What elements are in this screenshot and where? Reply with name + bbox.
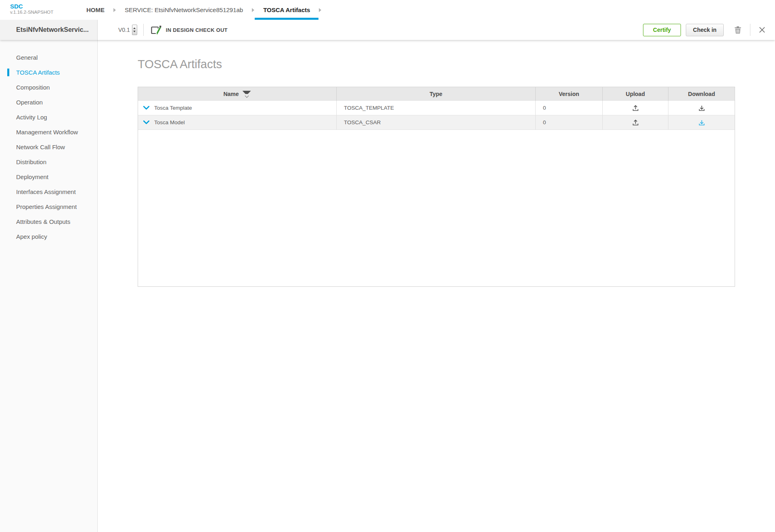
sidebar-header: EtsiNfvNetworkServic...: [0, 20, 98, 40]
column-header-name-label: Name: [223, 91, 239, 97]
column-header-type[interactable]: Type: [337, 87, 536, 101]
sidebar: General TOSCA Artifacts Composition Oper…: [0, 40, 98, 532]
sidebar-item-apex-policy[interactable]: Apex policy: [0, 229, 97, 244]
sidebar-item-tosca-artifacts[interactable]: TOSCA Artifacts: [0, 65, 97, 80]
breadcrumb-arrow-icon: [113, 8, 116, 12]
toolbar: V0.1 IN DESIGN CHECK OUT Certify Check i…: [98, 20, 775, 40]
column-header-name[interactable]: Name: [138, 87, 337, 101]
trash-icon: [734, 26, 741, 34]
artifact-name-label: Tosca Template: [154, 105, 192, 111]
check-in-button[interactable]: Check in: [686, 24, 724, 36]
artifact-name-cell: Tosca Template: [138, 101, 337, 115]
table-row: Tosca Template TOSCA_TEMPLATE 0: [138, 101, 735, 115]
breadcrumb-arrow-icon: [252, 8, 254, 12]
toolbar-divider: [143, 24, 144, 36]
tab-service[interactable]: SERVICE: EtsiNfvNetworkService851291ab: [116, 0, 251, 20]
column-header-download[interactable]: Download: [668, 87, 735, 101]
sidebar-item-distribution[interactable]: Distribution: [0, 154, 97, 169]
upload-icon[interactable]: [632, 119, 639, 126]
table-header-row: Name Type Version Upload Download: [138, 87, 735, 101]
sidebar-item-general[interactable]: General: [0, 50, 97, 65]
download-cell: [668, 101, 735, 115]
top-navigation-bar: SDC v.1.16.2-SNAPSHOT HOME SERVICE: Etsi…: [0, 0, 775, 20]
breadcrumb: HOME SERVICE: EtsiNfvNetworkService85129…: [78, 0, 322, 20]
tab-tosca-artifacts[interactable]: TOSCA Artifacts: [255, 0, 318, 20]
artifact-version-cell: 0: [536, 101, 603, 115]
lifecycle-status-label: IN DESIGN CHECK OUT: [166, 27, 228, 33]
sdc-version-text: v.1.16.2-SNAPSHOT: [10, 10, 53, 15]
version-label: V0.1: [118, 27, 130, 33]
sidebar-item-activity-log[interactable]: Activity Log: [0, 110, 97, 125]
expand-chevron-icon[interactable]: [143, 106, 150, 110]
expand-chevron-icon[interactable]: [143, 120, 150, 125]
download-icon[interactable]: [698, 104, 706, 112]
upload-icon[interactable]: [632, 104, 639, 112]
sort-icon[interactable]: [243, 91, 251, 97]
artifact-name-label: Tosca Model: [154, 119, 185, 125]
upload-cell: [603, 115, 668, 129]
column-header-upload[interactable]: Upload: [603, 87, 668, 101]
service-name-title: EtsiNfvNetworkServic...: [16, 26, 89, 33]
sidebar-item-management-workflow[interactable]: Management Workflow: [0, 125, 97, 140]
in-design-edit-icon: [150, 25, 162, 35]
close-icon: [759, 27, 765, 33]
sidebar-item-composition[interactable]: Composition: [0, 80, 97, 95]
certify-button[interactable]: Certify: [643, 24, 681, 36]
stepper-down-icon[interactable]: [133, 31, 136, 32]
toolbar-divider: [750, 24, 750, 36]
sidebar-item-interfaces-assignment[interactable]: Interfaces Assignment: [0, 184, 97, 199]
download-cell: [668, 115, 735, 129]
column-header-version[interactable]: Version: [536, 87, 603, 101]
table-row: Tosca Model TOSCA_CSAR 0: [138, 115, 735, 130]
artifact-type-cell: TOSCA_CSAR: [337, 115, 536, 129]
tab-home[interactable]: HOME: [78, 0, 113, 20]
stepper-up-icon[interactable]: [133, 27, 136, 29]
upload-cell: [603, 101, 668, 115]
page-title: TOSCA Artifacts: [138, 58, 775, 71]
sidebar-item-attributes-outputs[interactable]: Attributes & Outputs: [0, 214, 97, 229]
sdc-logo-text: SDC: [10, 3, 53, 10]
breadcrumb-arrow-icon: [319, 8, 321, 12]
sidebar-item-operation[interactable]: Operation: [0, 95, 97, 110]
artifact-version-cell: 0: [536, 115, 603, 129]
table-empty-area: [138, 130, 735, 286]
sidebar-item-properties-assignment[interactable]: Properties Assignment: [0, 199, 97, 214]
sidebar-item-network-call-flow[interactable]: Network Call Flow: [0, 140, 97, 154]
download-icon-active[interactable]: [698, 119, 706, 126]
delete-button[interactable]: [734, 26, 741, 34]
artifact-type-cell: TOSCA_TEMPLATE: [337, 101, 536, 115]
header-row: EtsiNfvNetworkServic... V0.1 IN DESIGN C…: [0, 20, 775, 40]
version-stepper[interactable]: [132, 25, 137, 35]
main-content: TOSCA Artifacts Name Type Version Upload…: [98, 40, 775, 532]
close-button[interactable]: [759, 27, 765, 33]
artifact-name-cell: Tosca Model: [138, 115, 337, 129]
sdc-logo: SDC v.1.16.2-SNAPSHOT: [10, 3, 53, 15]
toolbar-actions: Certify Check in: [643, 24, 765, 36]
sidebar-item-deployment[interactable]: Deployment: [0, 169, 97, 184]
tosca-artifacts-table: Name Type Version Upload Download Tosca …: [138, 87, 735, 287]
